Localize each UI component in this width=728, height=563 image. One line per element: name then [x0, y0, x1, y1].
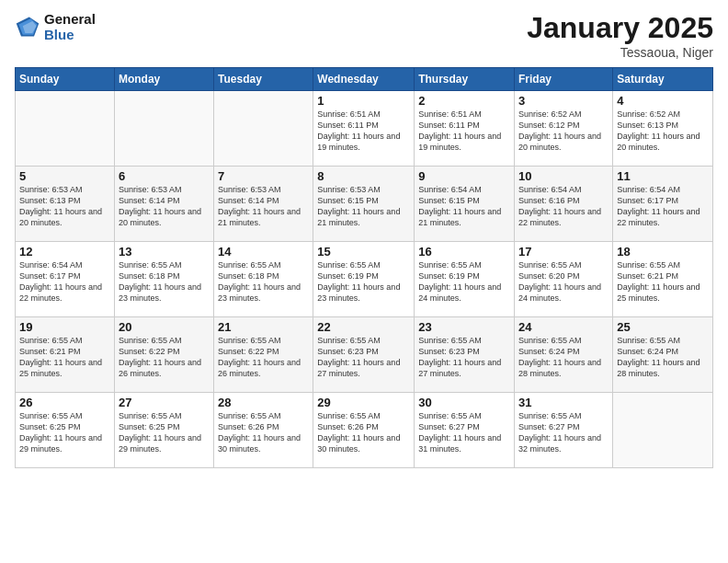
- calendar-cell: 15Sunrise: 6:55 AMSunset: 6:19 PMDayligh…: [313, 242, 415, 317]
- day-number: 6: [119, 169, 210, 183]
- calendar-cell: 26Sunrise: 6:55 AMSunset: 6:25 PMDayligh…: [16, 393, 115, 468]
- day-number: 4: [617, 94, 709, 108]
- day-number: 22: [317, 320, 410, 334]
- calendar-cell: 24Sunrise: 6:55 AMSunset: 6:24 PMDayligh…: [515, 317, 613, 393]
- day-info: Sunrise: 6:54 AMSunset: 6:17 PMDaylight:…: [19, 259, 110, 304]
- calendar-week-row: 26Sunrise: 6:55 AMSunset: 6:25 PMDayligh…: [16, 393, 713, 468]
- day-number: 3: [518, 94, 609, 108]
- day-info: Sunrise: 6:51 AMSunset: 6:11 PMDaylight:…: [418, 109, 510, 154]
- day-number: 1: [317, 94, 410, 108]
- logo-icon: [15, 14, 40, 40]
- calendar-cell: 28Sunrise: 6:55 AMSunset: 6:26 PMDayligh…: [214, 393, 313, 468]
- weekday-header: Thursday: [415, 68, 515, 91]
- day-info: Sunrise: 6:55 AMSunset: 6:25 PMDaylight:…: [19, 410, 110, 455]
- weekday-header: Saturday: [613, 68, 713, 91]
- day-info: Sunrise: 6:53 AMSunset: 6:15 PMDaylight:…: [317, 184, 410, 229]
- day-number: 31: [518, 396, 609, 409]
- day-number: 12: [19, 245, 110, 259]
- day-number: 2: [418, 94, 510, 108]
- calendar-cell: 6Sunrise: 6:53 AMSunset: 6:14 PMDaylight…: [114, 167, 213, 242]
- calendar-cell: [613, 393, 713, 468]
- day-number: 24: [518, 320, 609, 334]
- day-info: Sunrise: 6:54 AMSunset: 6:17 PMDaylight:…: [617, 184, 709, 229]
- day-number: 7: [218, 169, 309, 183]
- day-info: Sunrise: 6:55 AMSunset: 6:18 PMDaylight:…: [119, 259, 210, 304]
- day-info: Sunrise: 6:55 AMSunset: 6:20 PMDaylight:…: [518, 259, 609, 304]
- calendar-cell: 22Sunrise: 6:55 AMSunset: 6:23 PMDayligh…: [313, 317, 415, 393]
- day-info: Sunrise: 6:55 AMSunset: 6:23 PMDaylight:…: [317, 335, 410, 380]
- day-number: 28: [218, 396, 309, 409]
- day-number: 23: [418, 320, 510, 334]
- day-number: 9: [418, 169, 510, 183]
- calendar-cell: 17Sunrise: 6:55 AMSunset: 6:20 PMDayligh…: [515, 242, 613, 317]
- day-info: Sunrise: 6:51 AMSunset: 6:11 PMDaylight:…: [317, 109, 410, 154]
- day-info: Sunrise: 6:55 AMSunset: 6:22 PMDaylight:…: [119, 335, 210, 380]
- day-number: 5: [19, 169, 110, 183]
- day-info: Sunrise: 6:55 AMSunset: 6:23 PMDaylight:…: [418, 335, 510, 380]
- day-info: Sunrise: 6:55 AMSunset: 6:24 PMDaylight:…: [617, 335, 709, 380]
- day-info: Sunrise: 6:55 AMSunset: 6:26 PMDaylight:…: [218, 410, 309, 455]
- calendar-cell: 9Sunrise: 6:54 AMSunset: 6:15 PMDaylight…: [415, 167, 515, 242]
- day-info: Sunrise: 6:55 AMSunset: 6:19 PMDaylight:…: [418, 259, 510, 304]
- day-info: Sunrise: 6:55 AMSunset: 6:18 PMDaylight:…: [218, 259, 309, 304]
- calendar-table: SundayMondayTuesdayWednesdayThursdayFrid…: [15, 67, 713, 468]
- day-number: 8: [317, 169, 410, 183]
- calendar-cell: 20Sunrise: 6:55 AMSunset: 6:22 PMDayligh…: [114, 317, 213, 393]
- calendar-cell: 3Sunrise: 6:52 AMSunset: 6:12 PMDaylight…: [515, 91, 613, 167]
- calendar-week-row: 1Sunrise: 6:51 AMSunset: 6:11 PMDaylight…: [16, 91, 713, 167]
- logo-text: General Blue: [44, 11, 96, 42]
- day-info: Sunrise: 6:55 AMSunset: 6:21 PMDaylight:…: [617, 259, 709, 304]
- day-info: Sunrise: 6:55 AMSunset: 6:27 PMDaylight:…: [418, 410, 510, 455]
- weekday-header: Friday: [515, 68, 613, 91]
- calendar-cell: 31Sunrise: 6:55 AMSunset: 6:27 PMDayligh…: [515, 393, 613, 468]
- day-number: 25: [617, 320, 709, 334]
- day-number: 27: [119, 396, 210, 409]
- day-info: Sunrise: 6:53 AMSunset: 6:14 PMDaylight:…: [119, 184, 210, 229]
- day-info: Sunrise: 6:53 AMSunset: 6:13 PMDaylight:…: [19, 184, 110, 229]
- day-number: 19: [19, 320, 110, 334]
- day-number: 13: [119, 245, 210, 259]
- calendar-cell: 16Sunrise: 6:55 AMSunset: 6:19 PMDayligh…: [415, 242, 515, 317]
- day-info: Sunrise: 6:55 AMSunset: 6:19 PMDaylight:…: [317, 259, 410, 304]
- day-number: 29: [317, 396, 410, 409]
- calendar-cell: 2Sunrise: 6:51 AMSunset: 6:11 PMDaylight…: [415, 91, 515, 167]
- location-subtitle: Tessaoua, Niger: [527, 45, 713, 60]
- calendar-cell: 10Sunrise: 6:54 AMSunset: 6:16 PMDayligh…: [515, 167, 613, 242]
- calendar-cell: 5Sunrise: 6:53 AMSunset: 6:13 PMDaylight…: [16, 167, 115, 242]
- day-info: Sunrise: 6:55 AMSunset: 6:26 PMDaylight:…: [317, 410, 410, 455]
- calendar-cell: 12Sunrise: 6:54 AMSunset: 6:17 PMDayligh…: [16, 242, 115, 317]
- calendar-cell: 19Sunrise: 6:55 AMSunset: 6:21 PMDayligh…: [16, 317, 115, 393]
- calendar-cell: [214, 91, 313, 167]
- day-info: Sunrise: 6:53 AMSunset: 6:14 PMDaylight:…: [218, 184, 309, 229]
- month-title: January 2025: [527, 11, 713, 45]
- weekday-header: Sunday: [16, 68, 115, 91]
- day-number: 11: [617, 169, 709, 183]
- day-number: 15: [317, 245, 410, 259]
- calendar-cell: 27Sunrise: 6:55 AMSunset: 6:25 PMDayligh…: [114, 393, 213, 468]
- logo: General Blue: [15, 11, 96, 42]
- calendar-week-row: 5Sunrise: 6:53 AMSunset: 6:13 PMDaylight…: [16, 167, 713, 242]
- weekday-header: Monday: [114, 68, 213, 91]
- calendar-cell: 25Sunrise: 6:55 AMSunset: 6:24 PMDayligh…: [613, 317, 713, 393]
- day-info: Sunrise: 6:55 AMSunset: 6:22 PMDaylight:…: [218, 335, 309, 380]
- calendar-cell: 8Sunrise: 6:53 AMSunset: 6:15 PMDaylight…: [313, 167, 415, 242]
- day-number: 21: [218, 320, 309, 334]
- day-info: Sunrise: 6:55 AMSunset: 6:25 PMDaylight:…: [119, 410, 210, 455]
- day-number: 18: [617, 245, 709, 259]
- calendar-cell: 29Sunrise: 6:55 AMSunset: 6:26 PMDayligh…: [313, 393, 415, 468]
- calendar-cell: 11Sunrise: 6:54 AMSunset: 6:17 PMDayligh…: [613, 167, 713, 242]
- day-info: Sunrise: 6:54 AMSunset: 6:16 PMDaylight:…: [518, 184, 609, 229]
- day-number: 10: [518, 169, 609, 183]
- calendar-cell: 13Sunrise: 6:55 AMSunset: 6:18 PMDayligh…: [114, 242, 213, 317]
- calendar-cell: 21Sunrise: 6:55 AMSunset: 6:22 PMDayligh…: [214, 317, 313, 393]
- day-number: 14: [218, 245, 309, 259]
- day-number: 20: [119, 320, 210, 334]
- page-header: General Blue January 2025 Tessaoua, Nige…: [15, 11, 713, 60]
- title-block: January 2025 Tessaoua, Niger: [527, 11, 713, 60]
- calendar-week-row: 12Sunrise: 6:54 AMSunset: 6:17 PMDayligh…: [16, 242, 713, 317]
- day-info: Sunrise: 6:55 AMSunset: 6:21 PMDaylight:…: [19, 335, 110, 380]
- day-info: Sunrise: 6:54 AMSunset: 6:15 PMDaylight:…: [418, 184, 510, 229]
- day-number: 30: [418, 396, 510, 409]
- day-info: Sunrise: 6:52 AMSunset: 6:13 PMDaylight:…: [617, 109, 709, 154]
- calendar-cell: 1Sunrise: 6:51 AMSunset: 6:11 PMDaylight…: [313, 91, 415, 167]
